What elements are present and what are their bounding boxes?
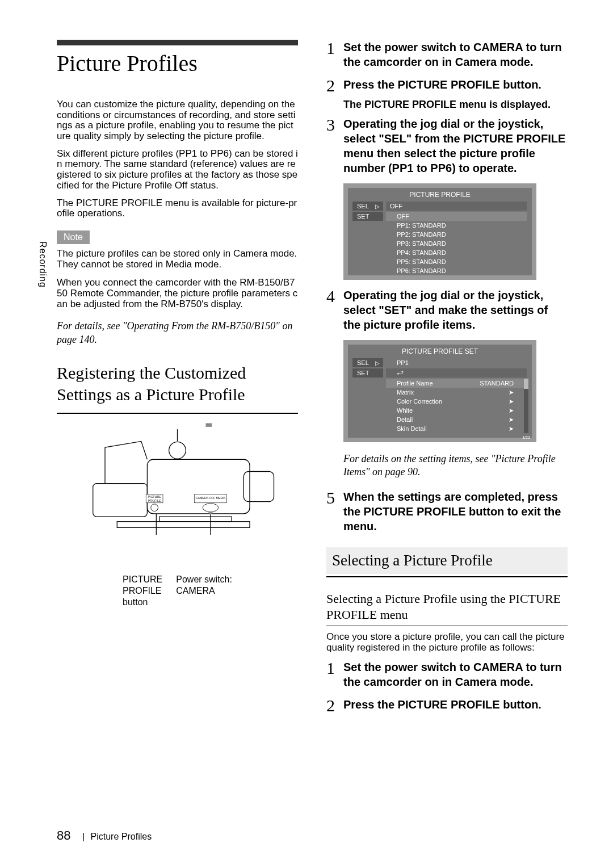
svg-text:PP6: STANDARD: PP6: STANDARD xyxy=(397,267,446,274)
camera-label-right: Power switch: CAMERA xyxy=(176,574,232,608)
note-badge: Note xyxy=(57,230,90,244)
svg-rect-18 xyxy=(386,202,527,211)
section-rule xyxy=(57,413,298,414)
section-heading-register: Registering the Customized Settings as a… xyxy=(57,362,298,405)
svg-text:➤: ➤ xyxy=(509,407,514,414)
intro-paragraph-3: The PICTURE PROFILE menu is available fo… xyxy=(57,198,298,219)
step-a2: 2 Press the PICTURE PROFILE button. xyxy=(326,77,568,94)
svg-text:Matrix: Matrix xyxy=(397,389,414,396)
camera-illustration: PICTURE PROFILE CAMERA OFF MEDIA xyxy=(57,422,298,572)
svg-text:PP3: STANDARD: PP3: STANDARD xyxy=(397,240,446,247)
page-title: Picture Profiles xyxy=(57,50,298,77)
cross-reference-1: For details, see "Operating From the RM-… xyxy=(57,320,298,346)
svg-rect-11 xyxy=(205,423,212,427)
chip-camera-off-media: CAMERA OFF MEDIA xyxy=(196,496,226,500)
svg-rect-2 xyxy=(93,484,148,517)
note-text: The picture profiles can be stored only … xyxy=(57,249,298,270)
svg-text:PP1: PP1 xyxy=(397,359,409,366)
svg-rect-4 xyxy=(159,517,232,522)
menu-screenshot-1: PICTURE PROFILE SEL ▷ OFF SET OFF PP1: S… xyxy=(343,183,568,280)
step-a2-sub: The PICTURE PROFILE menu is displayed. xyxy=(343,99,568,111)
select-intro: Once you store a picture profile, you ca… xyxy=(326,632,568,653)
svg-rect-39 xyxy=(386,368,527,378)
svg-text:OFF: OFF xyxy=(390,203,402,209)
svg-text:SEL: SEL xyxy=(357,203,369,209)
svg-text:➤: ➤ xyxy=(509,416,514,423)
step-a3: 3 Operating the jog dial or the joystick… xyxy=(326,116,568,175)
svg-text:SEL: SEL xyxy=(357,359,369,366)
subsection-heading-select: Selecting a Picture Profile xyxy=(332,552,562,569)
svg-text:1/22: 1/22 xyxy=(522,435,530,439)
svg-text:SET: SET xyxy=(357,213,370,220)
menu-screenshot-2: PICTURE PROFILE SET SEL ▷ PP1 SET ⮐ Prof… xyxy=(343,340,568,442)
svg-rect-0 xyxy=(147,459,250,514)
camera-label-left: PICTURE PROFILE button xyxy=(123,574,162,608)
thin-rule xyxy=(326,626,568,626)
svg-text:PP1: STANDARD: PP1: STANDARD xyxy=(397,222,446,229)
svg-text:⮐: ⮐ xyxy=(397,369,404,377)
svg-text:▷: ▷ xyxy=(375,360,380,366)
cross-reference-2: For details on the setting items, see "P… xyxy=(343,452,568,479)
intro-paragraph-1: You can customize the picture quality, d… xyxy=(57,99,298,142)
svg-text:White: White xyxy=(397,407,413,414)
svg-text:Skin Detail: Skin Detail xyxy=(397,425,427,432)
svg-text:PICTURE PROFILE: PICTURE PROFILE xyxy=(409,191,470,199)
subsection-rule xyxy=(326,576,568,577)
section-tab: Recording xyxy=(37,241,48,288)
svg-text:➤: ➤ xyxy=(509,425,514,432)
step-b1: 1 Set the power switch to CAMERA to turn… xyxy=(326,660,568,689)
svg-text:STANDARD: STANDARD xyxy=(480,380,514,387)
subsection-box: Selecting a Picture Profile xyxy=(326,547,568,574)
svg-text:Detail: Detail xyxy=(397,416,413,423)
chip-picture-profile: PICTURE xyxy=(148,495,162,498)
svg-point-10 xyxy=(203,504,219,512)
svg-point-8 xyxy=(151,504,158,511)
subheading-menu-select: Selecting a Picture Profile using the PI… xyxy=(326,591,568,623)
svg-text:Color Correction: Color Correction xyxy=(397,398,442,405)
page-footer: 88 | Picture Profiles xyxy=(57,828,152,843)
page-number: 88 xyxy=(57,828,70,842)
svg-rect-5 xyxy=(117,522,250,528)
remote-paragraph: When you connect the camcorder with the … xyxy=(57,278,298,309)
svg-rect-55 xyxy=(524,379,528,389)
step-a5: 5 When the settings are completed, press… xyxy=(326,489,568,534)
svg-point-3 xyxy=(169,442,186,459)
svg-text:▷: ▷ xyxy=(375,203,380,209)
footer-title: Picture Profiles xyxy=(91,832,152,841)
step-a1: 1 Set the power switch to CAMERA to turn… xyxy=(326,40,568,69)
svg-text:➤: ➤ xyxy=(509,389,514,396)
svg-rect-1 xyxy=(243,472,274,502)
svg-text:SET: SET xyxy=(357,370,370,376)
svg-text:PROFILE: PROFILE xyxy=(148,499,161,502)
step-b2: 2 Press the PICTURE PROFILE button. xyxy=(326,697,568,714)
svg-text:PICTURE PROFILE SET: PICTURE PROFILE SET xyxy=(402,347,478,355)
svg-text:PP4: STANDARD: PP4: STANDARD xyxy=(397,249,446,256)
svg-text:PP5: STANDARD: PP5: STANDARD xyxy=(397,258,446,265)
intro-paragraph-2: Six different picture profiles (PP1 to P… xyxy=(57,149,298,191)
svg-text:PP2: STANDARD: PP2: STANDARD xyxy=(397,231,446,238)
svg-text:Profile Name: Profile Name xyxy=(397,380,433,387)
title-bar xyxy=(57,40,298,45)
svg-text:OFF: OFF xyxy=(397,213,409,220)
svg-text:➤: ➤ xyxy=(509,398,514,405)
step-a4: 4 Operating the jog dial or the joystick… xyxy=(326,288,568,332)
